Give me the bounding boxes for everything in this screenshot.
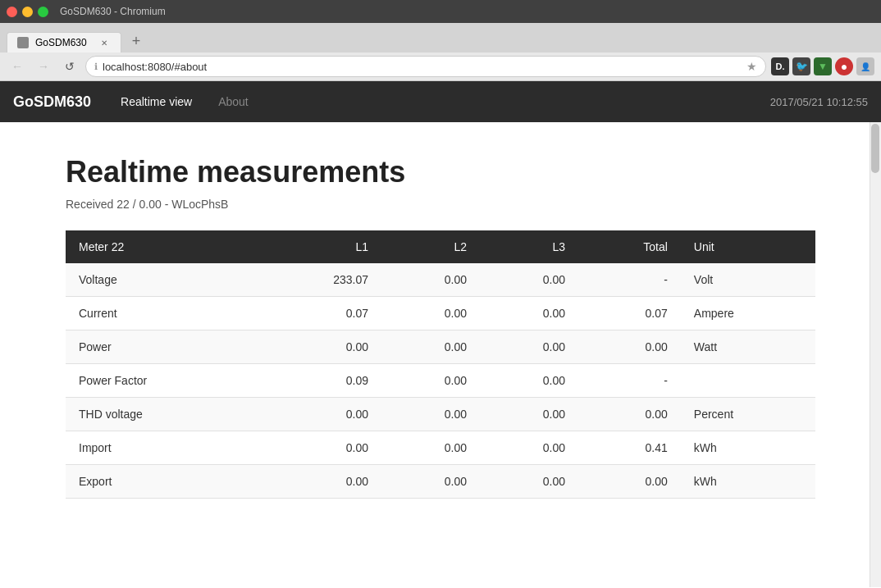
scrollbar-thumb[interactable] — [871, 124, 879, 173]
os-title: GoSDM630 - Chromium — [60, 6, 166, 17]
cell-l2: 0.00 — [381, 465, 480, 499]
cell-total: 0.00 — [578, 330, 681, 364]
os-maximize-button[interactable] — [38, 7, 48, 17]
cell-unit: kWh — [681, 465, 815, 499]
cell-total: - — [578, 263, 681, 297]
app-navbar: GoSDM630 Realtime view About 2017/05/21 … — [0, 81, 881, 122]
cell-l3: 0.00 — [480, 465, 578, 499]
cell-unit: Watt — [681, 330, 815, 364]
forward-button[interactable]: → — [33, 56, 54, 77]
cell-l1: 0.00 — [257, 465, 381, 499]
extension-red-icon[interactable]: ● — [835, 57, 853, 75]
cell-unit — [681, 364, 815, 398]
extension-green-icon[interactable]: ▼ — [814, 57, 832, 75]
page-wrapper: Realtime measurements Received 22 / 0.00… — [0, 122, 881, 587]
cell-l1: 0.09 — [257, 364, 381, 398]
table-row: Import 0.00 0.00 0.00 0.41 kWh — [66, 431, 815, 465]
address-bar-icon: ℹ — [94, 62, 98, 72]
measurements-table: Meter 22 L1 L2 L3 Total Unit Voltage 233… — [66, 230, 815, 499]
cell-l2: 0.00 — [381, 330, 480, 364]
cell-name: Current — [66, 297, 257, 330]
reload-button[interactable]: ↺ — [59, 56, 80, 77]
cell-total: - — [578, 364, 681, 398]
cell-name: Power Factor — [66, 364, 257, 398]
os-minimize-button[interactable] — [22, 7, 33, 17]
cell-total: 0.41 — [578, 431, 681, 465]
nav-about[interactable]: About — [208, 89, 258, 115]
profile-icon[interactable]: 👤 — [856, 57, 874, 75]
cell-l3: 0.00 — [480, 431, 578, 465]
table-row: Export 0.00 0.00 0.00 0.00 kWh — [66, 465, 815, 499]
os-titlebar: GoSDM630 - Chromium — [0, 0, 881, 23]
address-bar[interactable]: ℹ localhost:8080/#about ★ — [85, 56, 766, 77]
extension-icons: D. 🐦 ▼ ● 👤 — [771, 57, 874, 75]
tab-label: GoSDM630 — [35, 37, 87, 48]
os-close-button[interactable] — [7, 7, 17, 17]
col-header-unit: Unit — [681, 230, 815, 263]
cell-l3: 0.00 — [480, 263, 578, 297]
nav-realtime-view[interactable]: Realtime view — [111, 89, 202, 115]
cell-l1: 0.00 — [257, 398, 381, 431]
app-nav-links: Realtime view About — [111, 89, 770, 115]
bookmark-icon[interactable]: ★ — [746, 60, 757, 73]
col-header-l1: L1 — [257, 230, 381, 263]
app-brand[interactable]: GoSDM630 — [13, 93, 91, 111]
tab-close-button[interactable]: ✕ — [98, 36, 111, 49]
app-datetime: 2017/05/21 10:12:55 — [770, 96, 868, 108]
cell-unit: Percent — [681, 398, 815, 431]
cell-total: 0.00 — [578, 465, 681, 499]
new-tab-button[interactable]: + — [125, 30, 148, 52]
col-header-l3: L3 — [480, 230, 578, 263]
cell-l2: 0.00 — [381, 431, 480, 465]
cell-l3: 0.00 — [480, 364, 578, 398]
cell-l2: 0.00 — [381, 263, 480, 297]
cell-l2: 0.00 — [381, 297, 480, 330]
cell-name: Voltage — [66, 263, 257, 297]
scrollbar-track[interactable] — [870, 122, 881, 587]
main-content: Realtime measurements Received 22 / 0.00… — [0, 122, 881, 587]
cell-name: THD voltage — [66, 398, 257, 431]
cell-total: 0.00 — [578, 398, 681, 431]
col-header-l2: L2 — [381, 230, 480, 263]
cell-name: Import — [66, 431, 257, 465]
tab-bar: GoSDM630 ✕ + — [0, 23, 881, 52]
cell-unit: kWh — [681, 431, 815, 465]
table-row: Power 0.00 0.00 0.00 0.00 Watt — [66, 330, 815, 364]
browser-tab[interactable]: GoSDM630 ✕ — [7, 32, 121, 52]
table-row: THD voltage 0.00 0.00 0.00 0.00 Percent — [66, 398, 815, 431]
cell-unit: Volt — [681, 263, 815, 297]
table-row: Voltage 233.07 0.00 0.00 - Volt — [66, 263, 815, 297]
cell-l1: 0.07 — [257, 297, 381, 330]
cell-l2: 0.00 — [381, 398, 480, 431]
col-header-meter: Meter 22 — [66, 230, 257, 263]
page-subtitle: Received 22 / 0.00 - WLocPhsB — [66, 198, 815, 211]
tab-favicon — [17, 37, 29, 48]
cell-l3: 0.00 — [480, 297, 578, 330]
cell-l1: 233.07 — [257, 263, 381, 297]
cell-unit: Ampere — [681, 297, 815, 330]
browser-nav-bar: ← → ↺ ℹ localhost:8080/#about ★ D. 🐦 ▼ ●… — [0, 52, 881, 81]
table-header-row: Meter 22 L1 L2 L3 Total Unit — [66, 230, 815, 263]
cell-l1: 0.00 — [257, 330, 381, 364]
page-title: Realtime measurements — [66, 155, 815, 189]
cell-name: Power — [66, 330, 257, 364]
cell-total: 0.07 — [578, 297, 681, 330]
col-header-total: Total — [578, 230, 681, 263]
cell-l2: 0.00 — [381, 364, 480, 398]
extension-bird-icon[interactable]: 🐦 — [792, 57, 810, 75]
cell-l1: 0.00 — [257, 431, 381, 465]
cell-l3: 0.00 — [480, 330, 578, 364]
table-row: Power Factor 0.09 0.00 0.00 - — [66, 364, 815, 398]
back-button[interactable]: ← — [7, 56, 28, 77]
cell-l3: 0.00 — [480, 398, 578, 431]
table-row: Current 0.07 0.00 0.00 0.07 Ampere — [66, 297, 815, 330]
table-body: Voltage 233.07 0.00 0.00 - Volt Current … — [66, 263, 815, 499]
extension-d-icon[interactable]: D. — [771, 57, 789, 75]
address-text: localhost:8080/#about — [103, 61, 742, 73]
cell-name: Export — [66, 465, 257, 499]
